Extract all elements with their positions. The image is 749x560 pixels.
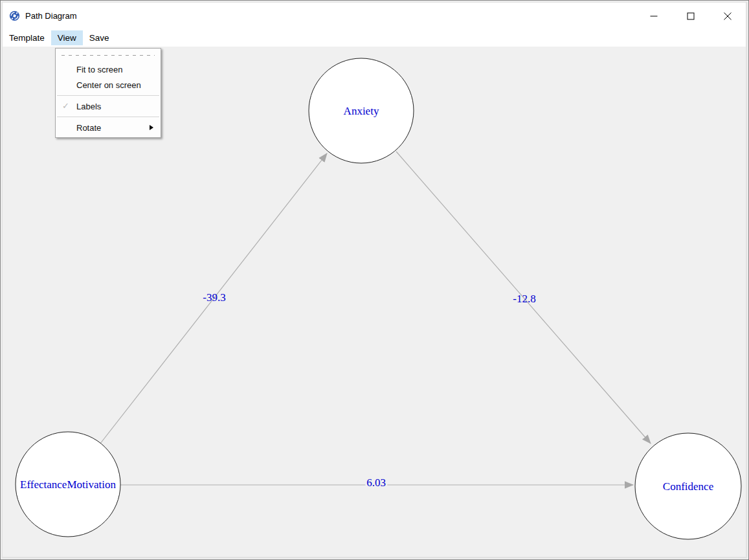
edge-label-em-confidence: 6.03: [366, 476, 386, 489]
menu-view[interactable]: View: [51, 30, 83, 45]
menu-item-label: Rotate: [76, 123, 101, 133]
menu-item-fit-to-screen[interactable]: Fit to screen: [56, 62, 160, 77]
menu-save[interactable]: Save: [83, 30, 116, 45]
minimize-button[interactable]: [635, 3, 672, 29]
app-icon[interactable]: [9, 10, 20, 21]
menu-bar: Template View Save: [3, 29, 746, 47]
app-window: Path Diagram: [0, 0, 749, 560]
view-menu-popup: Fit to screen Center on screen ✓ Labels …: [55, 48, 161, 138]
menu-item-label: Center on screen: [76, 80, 141, 90]
menu-template[interactable]: Template: [3, 30, 51, 45]
menu-item-labels[interactable]: ✓ Labels: [56, 98, 160, 114]
minimize-icon: [649, 12, 658, 21]
maximize-button[interactable]: [672, 3, 709, 29]
window-title: Path Diagram: [25, 11, 76, 21]
node-label-anxiety: Anxiety: [344, 105, 379, 117]
menu-item-label: Labels: [76, 102, 101, 111]
menu-item-rotate[interactable]: Rotate: [56, 120, 160, 135]
edge-label-em-anxiety: -39.3: [203, 291, 225, 304]
maximize-icon: [686, 12, 695, 21]
node-label-effectance-motivation: EffectanceMotivation: [20, 478, 116, 491]
close-button[interactable]: [709, 3, 746, 29]
menu-separator: [57, 95, 159, 96]
menu-item-label: Fit to screen: [76, 65, 123, 74]
menu-tearoff-handle[interactable]: [56, 50, 160, 62]
menu-separator: [57, 117, 159, 117]
close-icon: [723, 12, 732, 21]
checkmark-icon: ✓: [62, 101, 69, 111]
node-label-confidence: Confidence: [663, 480, 713, 493]
window-controls: [635, 3, 746, 29]
submenu-arrow-icon: [150, 125, 153, 130]
window-frame: Path Diagram: [1, 1, 748, 559]
edge-label-anxiety-confidence: -12.8: [513, 293, 535, 305]
title-bar: Path Diagram: [3, 3, 746, 29]
menu-item-center-on-screen[interactable]: Center on screen: [56, 77, 160, 93]
